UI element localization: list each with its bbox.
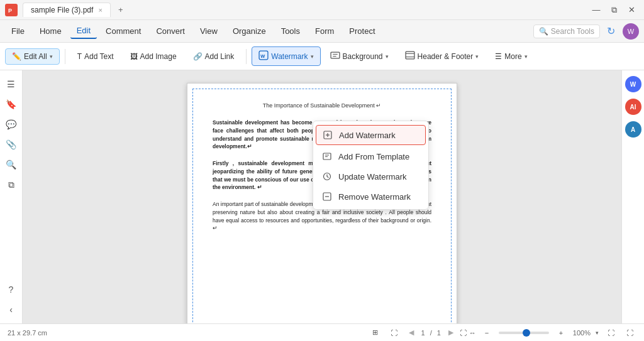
svg-rect-7 [406,51,414,59]
add-text-button[interactable]: T Add Text [70,48,121,65]
menu-edit[interactable]: Edit [70,23,97,39]
zoom-controls-group: ⛶ ↔ [461,326,475,340]
page-separator: / [430,329,432,337]
add-watermark-icon [323,130,333,140]
svg-text:W: W [260,53,265,59]
maximize-button[interactable]: ⧉ [606,3,621,18]
titlebar: P sample File (3).pdf × + — ⧉ ✕ [0,0,644,20]
edit-all-label: Edit All [24,52,47,61]
close-tab-button[interactable]: × [98,6,102,14]
svg-text:P: P [8,8,12,14]
search-icon: 🔍 [539,27,548,36]
add-link-label: Add Link [205,52,235,61]
header-footer-label: Header & Footer [418,52,474,61]
header-footer-arrow: ▾ [475,53,479,60]
watermark-label: Watermark [271,52,308,61]
ai-icon-a[interactable]: AI [625,98,642,116]
aspect-ratio-icon: ⛶ [460,329,467,337]
sidebar-icon-bookmark[interactable]: 🔖 [3,95,20,113]
zoom-slider[interactable] [499,332,549,334]
update-watermark-item[interactable]: Update Watermark [313,166,428,187]
menu-protect[interactable]: Protect [343,24,381,38]
ai-badge-a: AI [625,99,641,115]
remove-watermark-item[interactable]: Remove Watermark [313,187,428,207]
next-page-button[interactable]: ▶ [446,327,456,338]
zoom-out-button[interactable]: − [480,326,494,340]
document-title: The Importance of Sustainable Developmen… [213,102,431,109]
sidebar-icon-help[interactable]: ? [3,281,20,298]
ai-icon-w[interactable]: W [625,75,642,93]
add-from-template-item[interactable]: Add From Template [313,146,428,166]
watermark-button[interactable]: W Watermark ▾ [252,46,320,66]
background-arrow: ▾ [386,53,389,60]
sidebar-left: ☰ 🔖 💬 📎 🔍 ⧉ ? ‹ [0,70,23,323]
fit-screen-button[interactable]: ⛶ [604,326,618,340]
more-label: More [504,52,521,61]
fit-width-icon: ↔ [469,329,476,337]
active-tab[interactable]: sample File (3).pdf × [23,3,111,17]
add-link-button[interactable]: 🔗 Add Link [186,48,242,65]
watermark-icon: W [258,50,269,62]
more-button[interactable]: ☰ More ▾ [488,48,534,65]
thumbnail-view-button[interactable]: ⊞ [369,326,382,340]
fullscreen-button[interactable]: ⛶ [623,326,636,340]
ai-badge-w: W [625,76,641,92]
background-button[interactable]: Background ▾ [323,46,396,66]
edit-icon: ✏️ [12,52,21,61]
sidebar-icon-layers[interactable]: ⧉ [3,176,20,193]
add-tab-button[interactable]: + [113,3,128,18]
sidebar-icon-menu[interactable]: ☰ [3,75,20,93]
add-text-icon: T [77,52,82,61]
separator-1 [65,49,65,64]
add-watermark-item[interactable]: Add Watermark [316,125,426,145]
search-tools-input[interactable]: 🔍 Search Tools [533,24,600,38]
search-placeholder: Search Tools [551,27,594,36]
main-area: ☰ 🔖 💬 📎 🔍 ⧉ ? ‹ The Importance of Sustai… [0,70,644,323]
add-watermark-label: Add Watermark [339,131,396,140]
menu-comment[interactable]: Comment [99,24,147,38]
add-image-button[interactable]: 🖼 Add Image [123,48,184,65]
more-icon: ☰ [495,52,502,61]
sidebar-icon-search[interactable]: 🔍 [3,156,20,173]
prev-page-button[interactable]: ◀ [406,327,416,338]
header-footer-icon [405,50,415,62]
sidebar-icon-attachment[interactable]: 📎 [3,136,20,153]
menu-right-icons: ↻ W [602,23,639,40]
fit-page-button[interactable]: ⛶ [387,326,401,340]
background-icon [330,50,340,62]
zoom-level: 100% [573,329,591,337]
window-controls: — ⧉ ✕ [589,3,639,18]
page-size: 21 x 29.7 cm [8,329,47,337]
zoom-dropdown-arrow[interactable]: ▾ [596,330,599,336]
minimize-button[interactable]: — [589,3,604,18]
ai-icon-a2[interactable]: A [625,121,642,138]
sidebar-icon-collapse[interactable]: ‹ [3,301,20,318]
menu-tools[interactable]: Tools [275,24,306,38]
add-from-template-icon [322,151,332,161]
menu-file[interactable]: File [5,24,31,38]
sidebar-icon-comment[interactable]: 💬 [3,116,20,133]
edit-all-button[interactable]: ✏️ Edit All ▾ [5,48,60,65]
statusbar: 21 x 29.7 cm ⊞ ⛶ ◀ 1 / 1 ▶ ⛶ ↔ − + 100% … [0,323,644,341]
add-from-template-label: Add From Template [338,152,409,161]
more-arrow: ▾ [525,53,528,60]
refresh-icon[interactable]: ↻ [602,23,619,40]
user-icon[interactable]: W [623,23,639,40]
edit-all-arrow: ▾ [50,53,53,60]
close-button[interactable]: ✕ [624,3,639,18]
zoom-thumb [523,329,530,337]
zoom-in-button[interactable]: + [554,326,568,340]
separator-2 [246,49,247,64]
menu-organize[interactable]: Organize [226,24,272,38]
menu-home[interactable]: Home [33,24,68,38]
ai-badge-a2: A [625,121,641,138]
menu-form[interactable]: Form [309,24,340,38]
toolbar: ✏️ Edit All ▾ T Add Text 🖼 Add Image 🔗 A… [0,43,644,70]
app-logo: P [5,4,18,16]
header-footer-button[interactable]: Header & Footer ▾ [398,46,486,66]
page-total: 1 [437,329,441,337]
menu-convert[interactable]: Convert [150,24,191,38]
page-current: 1 [421,329,425,337]
sidebar-right: W AI A [621,70,644,323]
menu-view[interactable]: View [194,24,224,38]
